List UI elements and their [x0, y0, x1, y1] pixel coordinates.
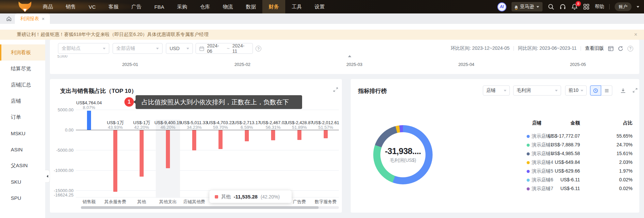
nav-item-FBA[interactable]: FBA	[148, 0, 171, 13]
topn-value: 前10	[568, 87, 579, 94]
chart-scrollbar-track[interactable]	[81, 206, 339, 209]
month-axis-label: 2025-05	[570, 62, 586, 67]
topn-select[interactable]: 前10	[565, 85, 587, 96]
bar-销售额[interactable]	[87, 111, 91, 130]
sidebar-item-MSKU[interactable]: MSKU	[0, 125, 45, 141]
sidebar-nav: 利润看板结算尽览店铺汇总店铺订单MSKUASIN父ASINSKUSPU	[0, 40, 45, 218]
nav-item-采购[interactable]: 采购	[171, 0, 194, 13]
amount-value: US$-4,985.58	[529, 151, 580, 156]
nav-item-客服[interactable]: 客服	[102, 0, 125, 13]
table-row[interactable]: 演示店铺6US$-6.110.02%	[527, 177, 633, 184]
table-row[interactable]: 演示店铺2US$-7,888.7924.70%	[527, 142, 633, 149]
notification-count-badge: 8	[576, 1, 581, 6]
bar-其他[interactable]	[140, 130, 144, 177]
bar-数字服务费[interactable]	[324, 130, 328, 138]
metric-select[interactable]: 毛利润	[513, 85, 561, 96]
x-axis-label: 其余服务费	[105, 199, 126, 205]
table-row[interactable]: 演示店铺1US$-17,772.0755.65%	[527, 133, 633, 140]
panel-layout-icon[interactable]	[608, 46, 614, 51]
table-row[interactable]: 演示店铺5US$-629.661.97%	[527, 168, 633, 175]
sidebar-item-SKU[interactable]: SKU	[0, 174, 45, 190]
sidebar-item-店铺[interactable]: 店铺	[0, 93, 45, 109]
nav-item-数据[interactable]: 数据	[239, 0, 262, 13]
currency-select[interactable]: USD	[166, 43, 193, 54]
scroll-up-arrow-icon[interactable]	[348, 55, 351, 57]
home-tab[interactable]	[3, 13, 14, 24]
headset-support-icon[interactable]	[559, 3, 566, 10]
help-link[interactable]: 帮助	[595, 4, 604, 10]
amount-value: US$-629.66	[529, 168, 580, 174]
chart-scrollbar-thumb[interactable]	[81, 206, 319, 209]
donut-center-value: -31,938....	[385, 146, 421, 156]
nav-item-广告[interactable]: 广告	[125, 0, 148, 13]
date-help-icon[interactable]: ?	[256, 46, 261, 51]
search-icon[interactable]	[548, 3, 554, 10]
bar-percent: 51.57%	[307, 125, 344, 130]
nav-item-设置[interactable]: 设置	[308, 0, 331, 13]
sidebar-item-ASIN[interactable]: ASIN	[0, 141, 45, 157]
x-axis-label: 数字服务费	[315, 199, 337, 205]
list-icon	[604, 88, 609, 93]
x-axis-label: 其他支出	[159, 199, 177, 205]
x-axis-label: 其他	[137, 199, 146, 205]
apps-grid-icon[interactable]	[583, 3, 590, 10]
sidebar-item-结算尽览[interactable]: 结算尽览	[0, 61, 45, 77]
col-header-percent: 占比	[606, 120, 633, 126]
account-menu[interactable]: 账户	[615, 2, 632, 11]
bar-店铺其他费[interactable]	[192, 130, 196, 150]
nav-item-财务[interactable]: 财务	[262, 0, 285, 13]
dimension-select[interactable]: 店铺	[483, 85, 510, 96]
help-circle-icon[interactable]: ?	[627, 46, 633, 51]
sidebar-item-SPU[interactable]: SPU	[0, 190, 45, 206]
nav-item-商品[interactable]: 商品	[36, 0, 59, 13]
expand-icon[interactable]	[333, 87, 338, 92]
sidebar-item-利润看板[interactable]: 利润看板	[0, 44, 45, 61]
nav-item-工具[interactable]: 工具	[285, 0, 308, 13]
nav-item-物流[interactable]: 物流	[216, 0, 239, 13]
percent-value: 15.61%	[606, 151, 633, 156]
date-end: 2024-11	[232, 43, 249, 54]
bar-其他支出[interactable]	[166, 130, 170, 168]
store-select[interactable]: 全部店铺	[113, 43, 163, 54]
ai-assistant-icon[interactable]: AI	[497, 2, 506, 11]
table-row[interactable]: 演示店铺7US$-6.110.02%	[527, 185, 633, 193]
list-view-toggle[interactable]	[601, 85, 612, 96]
calendar-icon	[199, 46, 204, 51]
sidebar-collapse-handle[interactable]	[45, 170, 50, 183]
y-axis-tick: 0.00	[53, 128, 74, 133]
bar-series-8[interactable]	[271, 130, 275, 140]
sidebar-item-店铺汇总[interactable]: 店铺汇总	[0, 77, 45, 93]
tab-profit-report[interactable]: 利润报表 ×	[15, 13, 50, 24]
sidebar-item-父ASIN[interactable]: 父ASIN	[0, 157, 45, 174]
month-axis-label: 2025-04	[458, 62, 474, 67]
refresh-icon[interactable]	[618, 46, 623, 51]
bar-其余服务费[interactable]	[113, 130, 117, 192]
brand-fox-logo-icon[interactable]	[18, 1, 32, 12]
nav-item-VC[interactable]: VC	[82, 0, 102, 13]
sidebar-item-订单[interactable]: 订单	[0, 109, 45, 125]
expense-ratio-card: 支出与销售额占比（TOP 10） 1 占比值按照从大到小依次排列，正数在上，负数…	[50, 79, 342, 213]
date-range-picker[interactable]: 2024-06 ~ 2024-11	[196, 43, 253, 54]
view-old-version-link[interactable]: 查看旧版	[585, 45, 604, 51]
table-row[interactable]: 演示店铺3US$-4,985.5815.61%	[527, 150, 633, 158]
expand-icon[interactable]	[633, 88, 638, 93]
amount-value: US$-649.84	[529, 159, 580, 165]
notifications-bell-icon[interactable]: 8	[571, 3, 578, 10]
account-chevron-down-icon[interactable]	[637, 6, 639, 8]
nav-item-销售[interactable]: 销售	[59, 0, 82, 13]
bar-series-7[interactable]	[245, 130, 249, 141]
percent-value: 0.02%	[606, 177, 633, 182]
download-icon[interactable]	[620, 88, 626, 93]
site-select[interactable]: 全部站点	[58, 43, 109, 54]
tab-bar: 利润报表 ×	[0, 13, 644, 24]
profit-donut-chart[interactable]: -31,938.... 毛利润(US$)	[373, 125, 433, 184]
bar-series-6[interactable]	[218, 130, 223, 149]
bar-广告费[interactable]	[297, 130, 301, 140]
nav-item-仓库[interactable]: 仓库	[194, 0, 216, 13]
table-row[interactable]: 演示店铺4US$-649.842.03%	[527, 159, 633, 167]
tab-close-icon[interactable]: ×	[42, 16, 45, 22]
marketplace-switcher[interactable]: a 亚马逊	[511, 2, 543, 11]
notice-close-icon[interactable]: ×	[634, 32, 637, 38]
chart-view-toggle[interactable]	[590, 85, 601, 96]
currency-value: USD	[170, 46, 180, 51]
